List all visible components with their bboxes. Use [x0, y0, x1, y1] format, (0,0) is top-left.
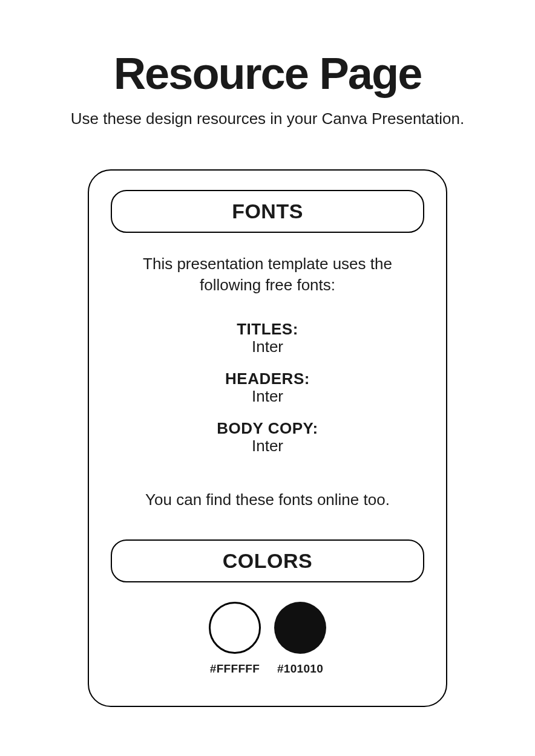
swatch-label: #101010	[274, 662, 326, 676]
page-subtitle: Use these design resources in your Canva…	[0, 109, 535, 128]
font-block-body: BODY COPY: Inter	[111, 419, 424, 455]
fonts-note: You can find these fonts online too.	[111, 490, 424, 509]
font-label: HEADERS:	[111, 370, 424, 388]
swatch-white: #FFFFFF	[209, 602, 261, 676]
colors-header: COLORS	[111, 539, 424, 582]
swatch-circle	[274, 602, 326, 654]
page-title: Resource Page	[0, 51, 535, 96]
swatch-label: #FFFFFF	[209, 662, 261, 676]
font-value: Inter	[111, 337, 424, 356]
font-block-headers: HEADERS: Inter	[111, 370, 424, 406]
font-value: Inter	[111, 387, 424, 406]
color-swatches: #FFFFFF #101010	[111, 602, 424, 676]
font-label: BODY COPY:	[111, 419, 424, 438]
font-label: TITLES:	[111, 320, 424, 339]
font-value: Inter	[111, 437, 424, 455]
font-block-titles: TITLES: Inter	[111, 320, 424, 356]
swatch-circle	[209, 602, 261, 654]
resource-card: FONTS This presentation template uses th…	[88, 169, 447, 707]
fonts-header: FONTS	[111, 190, 424, 233]
swatch-black: #101010	[274, 602, 326, 676]
fonts-intro: This presentation template uses the foll…	[111, 253, 424, 296]
